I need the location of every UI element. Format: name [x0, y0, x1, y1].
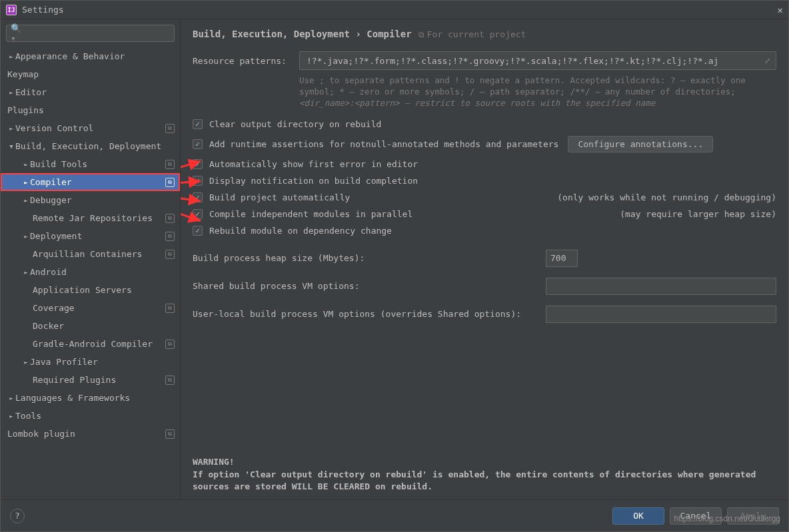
sidebar-item-plugins[interactable]: Plugins — [1, 101, 180, 119]
rebuild-checkbox[interactable] — [193, 226, 203, 236]
configure-annotations-button[interactable]: Configure annotations... — [568, 136, 713, 152]
notnull-checkbox[interactable] — [193, 139, 203, 149]
sidebar-item-label: Android — [30, 267, 175, 277]
resource-patterns-help: Use ; to separate patterns and ! to nega… — [299, 75, 776, 109]
heap-size-input[interactable] — [546, 250, 578, 267]
sidebar-item-label: Version Control — [15, 123, 163, 133]
project-scope-icon: ⧉ — [165, 232, 175, 241]
parallel-label: Compile independent modules in parallel — [209, 209, 412, 219]
sidebar-item-label: Docker — [33, 321, 175, 331]
sidebar-item-appearance-behavior[interactable]: ►Appearance & Behavior — [1, 47, 180, 65]
project-scope-icon: ⧉ — [165, 214, 175, 223]
window-title: Settings — [22, 5, 778, 15]
sidebar-item-label: Plugins — [7, 105, 175, 115]
dialog-footer: ? OK Cancel Apply — [1, 499, 788, 531]
ok-button[interactable]: OK — [612, 507, 664, 525]
search-icon: 🔍▾ — [11, 23, 25, 43]
watermark: https://blog.csdn.net/Outliergg — [674, 514, 780, 523]
shared-vm-input[interactable] — [546, 278, 776, 295]
heap-size-label: Build process heap size (Mbytes): — [193, 253, 534, 263]
settings-sidebar: 🔍▾ ►Appearance & BehaviorKeymap►EditorPl… — [1, 19, 181, 499]
sidebar-item-editor[interactable]: ►Editor — [1, 83, 180, 101]
sidebar-item-label: Compiler — [30, 177, 163, 187]
sidebar-item-label: Required Plugins — [33, 375, 163, 385]
caret-icon: ► — [22, 179, 30, 186]
sidebar-item-label: Application Servers — [33, 285, 175, 295]
sidebar-item-android[interactable]: ►Android — [1, 263, 180, 281]
breadcrumb-path: Build, Execution, Deployment › Compiler — [193, 29, 412, 39]
sidebar-item-debugger[interactable]: ►Debugger — [1, 191, 180, 209]
caret-icon: ► — [7, 125, 15, 132]
auto-error-label: Automatically show first error in editor — [209, 159, 418, 169]
sidebar-item-version-control[interactable]: ►Version Control⧉ — [1, 119, 180, 137]
sidebar-item-label: Coverage — [33, 303, 163, 313]
resource-patterns-input[interactable] — [305, 55, 760, 67]
resource-patterns-field[interactable]: ⤢ — [299, 51, 776, 70]
project-scope-icon: ⧉ — [165, 124, 175, 133]
sidebar-item-label: Debugger — [30, 195, 175, 205]
sidebar-item-required-plugins[interactable]: Required Plugins⧉ — [1, 371, 180, 389]
sidebar-item-docker[interactable]: Docker — [1, 317, 180, 335]
caret-icon: ► — [22, 161, 30, 168]
expand-icon[interactable]: ⤢ — [764, 57, 770, 65]
sidebar-item-build-tools[interactable]: ►Build Tools⧉ — [1, 155, 180, 173]
user-vm-input[interactable] — [546, 306, 776, 323]
sidebar-item-deployment[interactable]: ►Deployment⧉ — [1, 227, 180, 245]
clear-output-label: Clear output directory on rebuild — [209, 119, 381, 129]
caret-icon: ► — [22, 359, 30, 366]
rebuild-label: Rebuild module on dependency change — [209, 226, 392, 236]
sidebar-item-label: Lombok plugin — [7, 429, 163, 439]
notify-checkbox[interactable] — [193, 176, 203, 186]
sidebar-item-remote-jar-repositories[interactable]: Remote Jar Repositories⧉ — [1, 209, 180, 227]
sidebar-item-coverage[interactable]: Coverage⧉ — [1, 299, 180, 317]
project-scope-icon: ⧉ — [165, 178, 175, 187]
sidebar-item-tools[interactable]: ►Tools — [1, 407, 180, 425]
autobuild-label: Build project automatically — [209, 192, 350, 202]
sidebar-item-compiler[interactable]: ►Compiler⧉ — [1, 173, 180, 191]
sidebar-item-label: Editor — [15, 87, 175, 97]
autobuild-checkbox[interactable] — [193, 192, 203, 202]
caret-icon: ► — [7, 53, 15, 60]
sidebar-item-java-profiler[interactable]: ►Java Profiler — [1, 353, 180, 371]
sidebar-item-label: Build Tools — [30, 159, 163, 169]
parallel-checkbox[interactable] — [193, 209, 203, 219]
close-icon[interactable]: ✕ — [778, 5, 783, 15]
notify-label: Display notification on build completion — [209, 176, 418, 186]
sidebar-item-arquillian-containers[interactable]: Arquillian Containers⧉ — [1, 245, 180, 263]
project-scope-icon: ⧉ — [165, 429, 175, 439]
caret-icon: ► — [22, 233, 30, 240]
shared-vm-label: Shared build process VM options: — [193, 281, 534, 291]
help-button[interactable]: ? — [10, 509, 25, 523]
sidebar-item-lombok-plugin[interactable]: Lombok plugin⧉ — [1, 425, 180, 443]
sidebar-item-label: Remote Jar Repositories — [33, 213, 163, 223]
sidebar-item-label: Java Profiler — [30, 357, 175, 367]
sidebar-item-label: Build, Execution, Deployment — [15, 141, 175, 151]
search-input[interactable] — [27, 28, 170, 39]
sidebar-item-gradle-android-compiler[interactable]: Gradle-Android Compiler⧉ — [1, 335, 180, 353]
settings-panel: Build, Execution, Deployment › Compiler … — [181, 19, 788, 499]
search-box[interactable]: 🔍▾ — [6, 25, 175, 42]
sidebar-item-application-servers[interactable]: Application Servers — [1, 281, 180, 299]
sidebar-item-languages-frameworks[interactable]: ►Languages & Frameworks — [1, 389, 180, 407]
sidebar-item-build-execution-deployment[interactable]: ▼Build, Execution, Deployment — [1, 137, 180, 155]
parallel-hint: (may require larger heap size) — [620, 209, 776, 219]
project-scope-icon: ⧉ — [165, 160, 175, 169]
sidebar-item-label: Appearance & Behavior — [15, 51, 175, 61]
titlebar: IJ Settings ✕ — [1, 1, 788, 19]
settings-tree: ►Appearance & BehaviorKeymap►EditorPlugi… — [1, 47, 180, 499]
sidebar-item-label: Deployment — [30, 231, 163, 241]
sidebar-item-label: Languages & Frameworks — [15, 393, 175, 403]
resource-patterns-label: Resource patterns: — [193, 56, 299, 66]
breadcrumb-scope: For current project — [418, 29, 526, 39]
notnull-label: Add runtime assertions for notnull-annot… — [209, 139, 558, 149]
caret-icon: ► — [22, 269, 30, 276]
auto-error-checkbox[interactable] — [193, 159, 203, 169]
sidebar-item-label: Keymap — [7, 69, 175, 79]
clear-output-checkbox[interactable] — [193, 119, 203, 129]
caret-icon: ► — [7, 395, 15, 401]
caret-icon: ► — [7, 89, 15, 96]
project-scope-icon: ⧉ — [165, 340, 175, 349]
sidebar-item-label: Gradle-Android Compiler — [33, 339, 163, 349]
warning-block: WARNING! If option 'Clear output directo… — [193, 456, 776, 493]
sidebar-item-keymap[interactable]: Keymap — [1, 65, 180, 83]
